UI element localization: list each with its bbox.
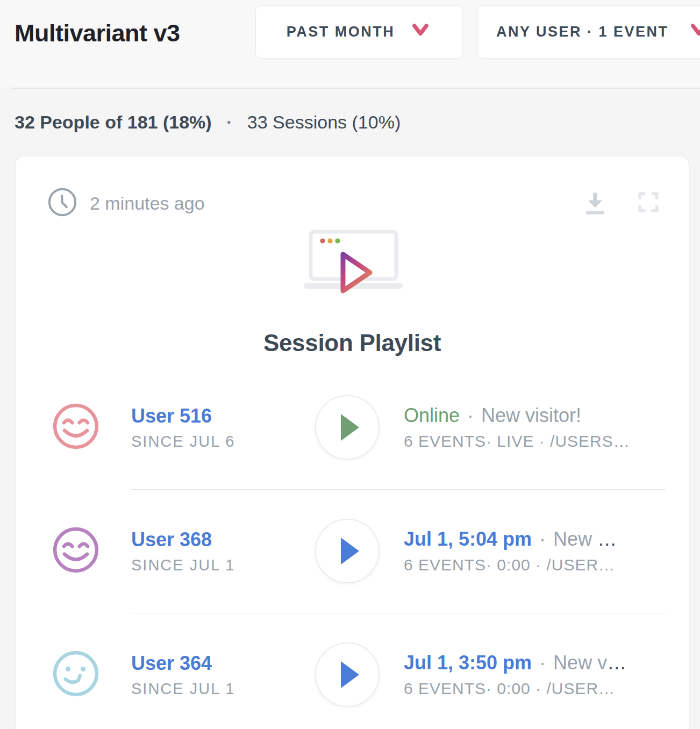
- user-since: SINCE JUL 6: [131, 433, 235, 451]
- user-link[interactable]: User 516: [131, 405, 235, 427]
- session-status-line: Jul 1, 3:50 pm·New v…: [404, 652, 626, 674]
- last-updated-label: 2 minutes ago: [90, 193, 205, 214]
- page-title: Multivariant v3: [15, 19, 180, 47]
- user-since: SINCE JUL 1: [131, 556, 235, 574]
- session-timestamp[interactable]: Jul 1, 3:50 pm: [404, 652, 532, 674]
- session-timestamp[interactable]: Jul 1, 5:04 pm: [404, 528, 532, 550]
- session-row: User 516 SINCE JUL 6 Online·New visitor!…: [16, 366, 689, 489]
- user-block: User 516 SINCE JUL 6: [131, 405, 235, 451]
- stats-separator-dot: ·: [226, 112, 232, 132]
- user-block: User 368 SINCE JUL 1: [131, 528, 235, 574]
- session-player-illustration: [301, 230, 403, 295]
- session-row: User 368 SINCE JUL 1 Jul 1, 5:04 pm·New …: [16, 489, 689, 613]
- user-link[interactable]: User 364: [131, 652, 235, 675]
- playlist-title: Session Playlist: [16, 330, 689, 356]
- top-header: Multivariant v3 PAST MONTH ANY USER · 1 …: [0, 0, 700, 88]
- happy-face-icon: [51, 402, 101, 453]
- session-details: 6 EVENTS· 0:00 · /USER…: [404, 556, 617, 574]
- play-session-button[interactable]: [315, 519, 380, 583]
- session-row: User 364 SINCE JUL 1 Jul 1, 3:50 pm·New …: [16, 613, 689, 729]
- session-note: New: [553, 528, 597, 550]
- header-divider: [11, 88, 700, 89]
- session-details: 6 EVENTS· LIVE · /USERS…: [404, 432, 630, 451]
- user-event-filter-dropdown[interactable]: ANY USER · 1 EVENT: [477, 5, 700, 59]
- user-link[interactable]: User 368: [131, 528, 235, 551]
- chevron-down-icon: [688, 22, 700, 42]
- user-since: SINCE JUL 1: [131, 680, 235, 698]
- download-icon[interactable]: [580, 187, 610, 220]
- play-session-button[interactable]: [315, 642, 380, 707]
- neutral-face-icon: [51, 649, 101, 701]
- session-status-line: Online·New visitor!: [404, 404, 630, 427]
- dot-separator: ·: [539, 652, 546, 674]
- session-details: 6 EVENTS· 0:00 · /USER…: [404, 680, 626, 698]
- session-info: Jul 1, 3:50 pm·New v… 6 EVENTS· 0:00 · /…: [404, 652, 626, 698]
- session-playlist-card: 2 minutes ago: [15, 156, 689, 729]
- chevron-down-icon: [410, 22, 431, 42]
- truncation-ellipsis: …: [607, 652, 626, 674]
- funnel-stats: 32 People of 181 (18%) · 33 Sessions (10…: [15, 110, 401, 134]
- session-rows: User 516 SINCE JUL 6 Online·New visitor!…: [16, 366, 689, 729]
- truncation-ellipsis: …: [597, 528, 617, 550]
- session-info: Online·New visitor! 6 EVENTS· LIVE · /US…: [404, 404, 630, 451]
- date-range-dropdown[interactable]: PAST MONTH: [255, 5, 462, 59]
- session-status: Online: [404, 404, 460, 426]
- user-event-filter-label: ANY USER · 1 EVENT: [496, 24, 669, 40]
- people-stat: 32 People of 181 (18%): [15, 112, 212, 132]
- user-block: User 364 SINCE JUL 1: [131, 652, 235, 698]
- session-note: New v: [553, 652, 607, 674]
- dot-separator: ·: [539, 528, 546, 550]
- session-note: New visitor!: [481, 404, 581, 426]
- sessions-stat: 33 Sessions (10%): [247, 112, 401, 132]
- happy-face-icon: [51, 525, 101, 577]
- date-range-label: PAST MONTH: [287, 24, 395, 40]
- dot-separator: ·: [467, 404, 474, 426]
- fullscreen-icon[interactable]: [634, 187, 663, 220]
- session-status-line: Jul 1, 5:04 pm·New …: [404, 528, 617, 551]
- session-info: Jul 1, 5:04 pm·New … 6 EVENTS· 0:00 · /U…: [404, 528, 617, 574]
- clock-icon: [47, 187, 78, 220]
- card-meta-row: 2 minutes ago: [47, 187, 663, 220]
- play-session-button[interactable]: [315, 395, 380, 460]
